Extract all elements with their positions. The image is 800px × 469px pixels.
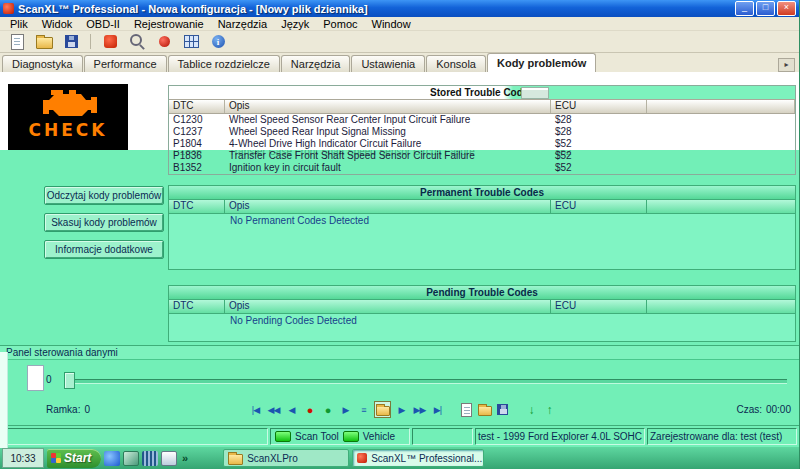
play-button[interactable]: ▶ <box>338 402 353 417</box>
menu-obd2[interactable]: OBD-II <box>79 17 127 31</box>
taskbar-clock: 10:33 <box>2 448 44 468</box>
menu-widok[interactable]: Widok <box>35 17 80 31</box>
trouble-code-row[interactable]: B1352 Ignition key in circuit fault $52 <box>169 162 795 174</box>
read-codes-button[interactable]: Odczytaj kody problemów <box>44 186 164 205</box>
vehicle-led <box>343 431 359 442</box>
permanent-empty-message: No Permanent Codes Detected <box>169 214 795 226</box>
ecu-cell: $52 <box>551 150 647 162</box>
search-button[interactable] <box>126 32 148 52</box>
stored-codes-table: Stored Trouble Codes DTC Opis ECU C1230 … <box>168 85 796 175</box>
tab-tablice-rozdzielcze[interactable]: Tablice rozdzielcze <box>168 55 280 72</box>
tab-ustawienia[interactable]: Ustawienia <box>351 55 425 72</box>
frame-counter: Ramka: 0 <box>46 404 90 415</box>
slider-start-value: 0 <box>46 374 52 385</box>
quick-launch-overflow-chevron[interactable]: » <box>180 452 190 464</box>
menu-pomoc[interactable]: Pomoc <box>316 17 364 31</box>
column-dtc: DTC <box>169 300 225 313</box>
dashboard-button[interactable] <box>180 32 202 52</box>
trouble-code-row[interactable]: C1230 Wheel Speed Sensor Rear Center Inp… <box>169 114 795 126</box>
tab-kody-problemow[interactable]: Kody problemów <box>487 53 596 72</box>
pending-empty-message: No Pending Codes Detected <box>169 314 795 326</box>
tab-performance[interactable]: Performance <box>84 55 167 72</box>
tab-strip: Diagnostyka Performance Tablice rozdziel… <box>0 53 799 72</box>
playback-controls: |◀ ◀◀ ◀ ● ● ▶ ≡ ▶ ▶▶ ▶| ↓ ↑ <box>248 401 557 418</box>
connect-button[interactable] <box>99 32 121 52</box>
dtc-cell: C1230 <box>169 114 225 126</box>
frame-list-button[interactable]: ≡ <box>356 402 371 417</box>
menu-rejestrowanie[interactable]: Rejestrowanie <box>127 17 211 31</box>
opis-cell: Wheel Speed Sensor Rear Center Input Cir… <box>225 114 551 126</box>
save-log-button[interactable] <box>495 402 510 417</box>
folder-icon <box>376 406 390 416</box>
opis-cell: Transfer Case Front Shaft Speed Sensor C… <box>225 150 551 162</box>
maximize-icon[interactable]: □ <box>756 1 775 16</box>
status-empty-segment <box>2 428 268 445</box>
fast-forward-button[interactable]: ▶▶ <box>412 402 427 417</box>
record-button[interactable]: ● <box>302 402 317 417</box>
window-title: ScanXL™ Professional - Nowa konfiguracja… <box>18 3 735 15</box>
frame-label: Ramka: <box>46 404 80 415</box>
menu-narzedzia[interactable]: Narzędzia <box>211 17 275 31</box>
menu-plik[interactable]: Plik <box>3 17 35 31</box>
dashboard-grid-icon <box>184 35 199 48</box>
mark-button[interactable]: ● <box>320 402 335 417</box>
close-icon[interactable]: × <box>777 1 796 16</box>
save-file-button[interactable] <box>60 32 82 52</box>
taskbar-button-scanxlpro[interactable]: ScanXLPro <box>223 449 349 467</box>
tab-konsola[interactable]: Konsola <box>426 55 486 72</box>
opis-cell: Wheel Speed Rear Input Signal Missing <box>225 126 551 138</box>
menu-window[interactable]: Window <box>365 17 418 31</box>
upload-button[interactable]: ↑ <box>542 402 557 417</box>
tab-diagnostyka[interactable]: Diagnostyka <box>2 55 83 72</box>
window-controls: _ □ × <box>735 1 796 16</box>
info-button[interactable] <box>207 32 229 52</box>
frame-slider-thumb[interactable] <box>64 372 75 389</box>
scan-tool-led <box>275 431 291 442</box>
title-bar[interactable]: ScanXL™ Professional - Nowa konfiguracja… <box>0 0 799 17</box>
record-icon <box>159 36 170 47</box>
column-ecu: ECU <box>551 200 647 213</box>
app-icon <box>3 3 14 14</box>
quick-launch-document-icon[interactable] <box>161 451 177 466</box>
trouble-code-row[interactable]: P1804 4-Wheel Drive High Indicator Circu… <box>169 138 795 150</box>
toolbar-separator <box>90 34 91 49</box>
jump-end-button[interactable]: ▶| <box>430 402 445 417</box>
status-spacer-segment <box>412 428 473 445</box>
taskbar-button-scanxl-professional[interactable]: ScanXL™ Professional... <box>352 449 484 467</box>
vehicle-label: Vehicle <box>363 431 395 442</box>
column-opis: Opis <box>225 300 551 313</box>
taskbar-button-label: ScanXL™ Professional... <box>371 453 482 464</box>
dtc-cell: B1352 <box>169 162 225 174</box>
jump-start-button[interactable]: |◀ <box>248 402 263 417</box>
minimize-icon[interactable]: _ <box>735 1 754 16</box>
new-file-button[interactable] <box>6 32 28 52</box>
trouble-code-row[interactable]: C1237 Wheel Speed Rear Input Signal Miss… <box>169 126 795 138</box>
column-blank <box>647 200 795 213</box>
clear-codes-button[interactable]: Skasuj kody problemów <box>44 213 164 232</box>
rewind-button[interactable]: ◀◀ <box>266 402 281 417</box>
start-button[interactable]: Start <box>47 449 101 468</box>
quick-launch-browser-icon[interactable] <box>104 451 120 466</box>
frame-slider-track[interactable] <box>68 379 787 384</box>
info-icon <box>212 35 225 48</box>
new-log-button[interactable] <box>459 402 474 417</box>
step-forward-button[interactable]: ▶ <box>394 402 409 417</box>
quick-launch-show-desktop-icon[interactable] <box>123 451 139 466</box>
record-button[interactable] <box>153 32 175 52</box>
windows-flag-icon <box>51 453 61 463</box>
open-log-file-button[interactable] <box>477 402 492 417</box>
tab-scroll-right-icon[interactable]: ▸ <box>778 58 795 72</box>
open-file-button[interactable] <box>33 32 55 52</box>
quick-launch-grid-icon[interactable] <box>142 451 158 466</box>
time-value: 00:00 <box>766 404 791 415</box>
open-folder-icon <box>36 37 53 49</box>
tab-narzedzia[interactable]: Narzędzia <box>281 55 351 72</box>
scanxl-window: ScanXL™ Professional - Nowa konfiguracja… <box>0 0 800 469</box>
open-log-folder-button[interactable] <box>374 401 391 418</box>
menu-jezyk[interactable]: Język <box>274 17 316 31</box>
additional-info-button[interactable]: Informacje dodatkowe <box>44 240 164 259</box>
download-button[interactable]: ↓ <box>524 402 539 417</box>
trouble-code-row[interactable]: P1836 Transfer Case Front Shaft Speed Se… <box>169 150 795 162</box>
step-back-button[interactable]: ◀ <box>284 402 299 417</box>
ecu-cell: $28 <box>551 114 647 126</box>
